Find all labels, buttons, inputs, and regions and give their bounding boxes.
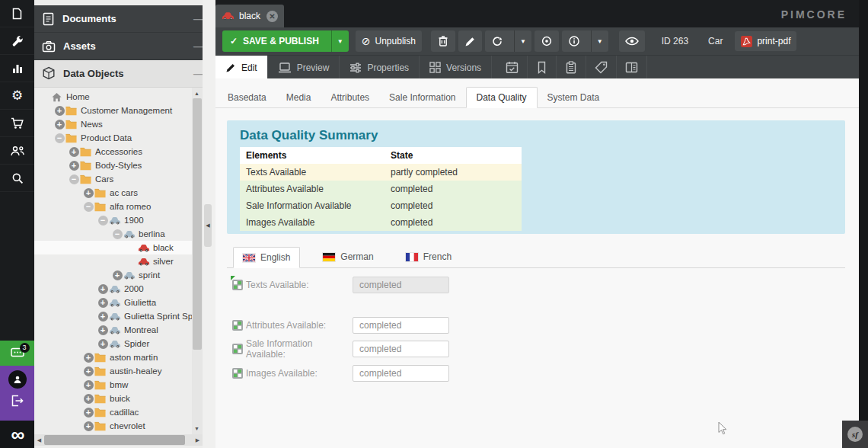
expand-icon[interactable]: + [82,421,94,431]
rail-tools-button[interactable] [0,27,34,55]
tree-item[interactable]: −Cars [34,172,192,186]
tree-item[interactable]: silver [34,254,192,268]
rail-customers-button[interactable] [0,137,34,165]
tree-item[interactable]: −berlina [34,227,192,241]
collapse-icon[interactable]: − [97,216,109,226]
tree-item[interactable]: −Product Data [34,131,192,145]
tree-item[interactable]: −1900 [34,213,192,227]
language-tab-english[interactable]: English [233,247,300,268]
language-tab-german[interactable]: German [314,246,382,267]
scroll-right-icon[interactable]: ▶ [193,434,203,446]
expand-icon[interactable]: + [97,298,109,308]
scroll-down-icon[interactable]: ▼ [192,423,202,434]
locate-in-tree-button[interactable] [535,30,559,52]
tab-tags[interactable] [586,56,617,79]
tree-item[interactable]: +2000 [34,282,192,296]
vertical-scroll-thumb[interactable] [193,98,202,350]
expand-icon[interactable]: + [53,120,65,130]
expand-icon[interactable]: + [97,325,109,335]
subtab-system-data[interactable]: System Data [538,88,610,107]
tree-vertical-scrollbar[interactable]: ▲ ▼ [192,88,203,434]
tab-notes-events[interactable] [528,56,557,79]
tab-reports[interactable] [557,56,586,79]
symfony-debug-toolbar-button[interactable]: sf [842,421,868,448]
subtab-basedata[interactable]: Basedata [218,88,276,107]
rail-reports-button[interactable] [0,55,34,82]
tab-versions[interactable]: Versions [420,56,492,79]
expand-icon[interactable]: + [82,394,94,404]
rail-settings-button[interactable]: ⚙ [0,82,34,110]
expand-icon[interactable]: + [82,408,94,418]
logout-button[interactable] [11,395,24,407]
tree-item[interactable]: +aston martin [34,350,192,364]
expand-icon[interactable]: + [97,312,109,322]
save-options-dropdown[interactable]: ▼ [331,30,349,52]
scroll-up-icon[interactable]: ▲ [192,88,202,99]
rail-documents-button[interactable] [0,0,34,27]
tree-item[interactable]: +News [34,117,192,131]
attributes-available-input[interactable] [353,317,449,334]
reload-options-dropdown[interactable]: ▼ [514,30,531,52]
tree-item[interactable]: Home [34,90,192,104]
workspace-tab-black[interactable]: black ✕ [215,5,284,27]
tree-item[interactable]: black [34,241,192,254]
delete-button[interactable] [431,30,455,52]
reload-button[interactable]: ▼ [485,30,531,52]
accordion-data-objects[interactable]: Data Objects ⟶ [34,60,215,88]
tree-item[interactable]: +chevrolet [34,419,192,433]
subtab-media[interactable]: Media [276,88,321,107]
panel-splitter[interactable]: ◀ [203,0,215,448]
tree-item[interactable]: −alfa romeo [34,200,192,213]
expand-icon[interactable]: + [53,106,65,116]
subtab-attributes[interactable]: Attributes [321,88,379,107]
open-preview-button[interactable] [619,30,645,52]
expand-icon[interactable]: + [82,366,94,376]
horizontal-scroll-thumb[interactable] [44,435,185,445]
tree-item[interactable]: +sprint [34,268,192,282]
collapse-icon[interactable]: − [68,174,80,184]
language-tab-french[interactable]: French [397,246,461,267]
tree-item[interactable]: +ac cars [34,186,192,200]
expand-icon[interactable]: + [82,353,94,363]
collapse-icon[interactable]: − [111,229,123,239]
texts-available-input[interactable] [353,277,449,293]
tab-scheduled-tasks[interactable] [497,56,528,79]
tree-item[interactable]: +Spider [34,337,192,350]
tree-item[interactable]: +buick [34,392,192,405]
tree-item[interactable]: +Montreal [34,323,192,337]
scroll-left-icon[interactable]: ◀ [34,434,44,446]
tab-preview[interactable]: Preview [268,56,340,79]
sale-information-available-input[interactable] [353,341,449,357]
close-icon[interactable]: ✕ [266,11,278,22]
tree-item[interactable]: +bmw [34,378,192,392]
tree-item[interactable]: +Body-Styles [34,158,192,172]
expand-icon[interactable]: + [68,161,80,171]
expand-icon[interactable]: + [82,188,94,198]
tree-item[interactable]: +Accessories [34,145,192,158]
subtab-sale-information[interactable]: Sale Information [379,88,465,107]
accordion-assets[interactable]: Assets ⟶ [34,33,215,60]
expand-icon[interactable]: + [97,339,109,349]
tab-workflow[interactable] [617,56,647,79]
subtab-data-quality[interactable]: Data Quality [466,87,538,108]
tab-edit[interactable]: Edit [215,56,268,79]
rail-notifications-button[interactable]: 3 [0,341,34,366]
expand-icon[interactable]: + [97,284,109,294]
info-options-dropdown[interactable]: ▼ [591,30,608,52]
accordion-documents[interactable]: Documents ⟶ [34,5,215,33]
print-pdf-button[interactable]: print-pdf [735,31,796,51]
expand-icon[interactable]: + [111,270,123,280]
tree-item[interactable]: +Gulietta Sprint Specia [34,309,192,323]
collapse-icon[interactable]: − [53,133,65,143]
rail-search-button[interactable] [0,165,34,192]
info-button[interactable]: ▼ [562,30,608,52]
save-publish-button[interactable]: ✓SAVE & PUBLISH ▼ [222,30,349,52]
expand-icon[interactable]: + [68,147,80,157]
tab-properties[interactable]: Properties [340,56,420,79]
tree-item[interactable]: +Customer Management [34,104,192,117]
tree-horizontal-scrollbar[interactable]: ◀ ▶ [34,434,203,446]
panel-collapse-handle[interactable]: ◀ [204,204,212,247]
tree-item[interactable]: +cadillac [34,405,192,419]
expand-icon[interactable]: + [82,380,94,390]
rename-button[interactable] [458,30,482,52]
